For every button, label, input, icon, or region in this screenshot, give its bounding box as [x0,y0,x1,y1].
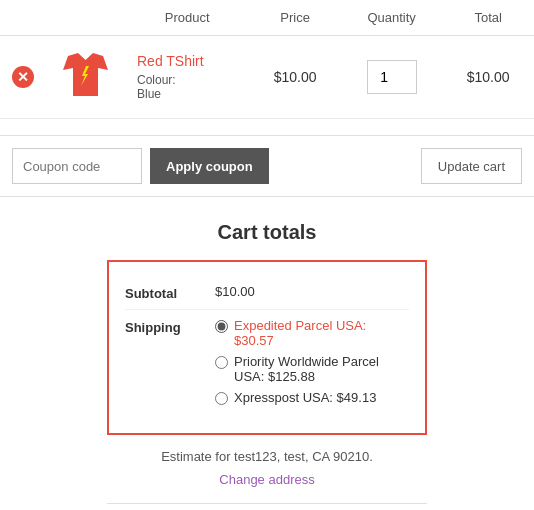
subtotal-row: Subtotal $10.00 [125,276,409,310]
shipping-option-2: Priority Worldwide Parcel USA: $125.88 [215,354,409,384]
cart-totals-title: Cart totals [107,221,427,244]
shipping-option-1-link[interactable]: Expedited Parcel USA: $30.57 [234,318,366,348]
change-address-link[interactable]: Change address [107,472,427,487]
product-name-link[interactable]: Red TShirt [137,53,204,69]
price-header: Price [249,0,341,36]
quantity-header: Quantity [341,0,442,36]
shipping-option-3-label: Xpresspost USA: $49.13 [234,390,376,405]
product-price: $10.00 [249,36,341,119]
colour-label: Colour: [137,73,237,87]
apply-coupon-button[interactable]: Apply coupon [150,148,269,184]
total-header: Total [442,0,534,36]
colour-value: Blue [137,87,237,101]
shipping-options: Expedited Parcel USA: $30.57 Priority Wo… [215,318,409,411]
estimate-text: Estimate for test123, test, CA 90210. [107,449,427,464]
cart-totals-box: Subtotal $10.00 Shipping Expedited Parce… [107,260,427,435]
product-thumbnail [58,48,113,103]
close-icon: ✕ [17,70,29,84]
remove-item-button[interactable]: ✕ [12,66,34,88]
shipping-option-2-label: Priority Worldwide Parcel USA: $125.88 [234,354,409,384]
shipping-label: Shipping [125,318,215,335]
table-row: ✕ Red TShirt Colour: Blue $10.00 $1 [0,36,534,119]
cart-totals-section: Cart totals Subtotal $10.00 Shipping Exp… [107,221,427,510]
shipping-radio-1[interactable] [215,320,228,333]
product-total: $10.00 [442,36,534,119]
coupon-row: Apply coupon Update cart [0,135,534,197]
remove-header [0,0,46,36]
thumb-header [46,0,125,36]
coupon-input[interactable] [12,148,142,184]
total-row: Total $40.57 [107,503,427,510]
update-cart-button[interactable]: Update cart [421,148,522,184]
shipping-option-1: Expedited Parcel USA: $30.57 [215,318,409,348]
subtotal-value: $10.00 [215,284,409,299]
shipping-radio-2[interactable] [215,356,228,369]
shipping-option-3: Xpresspost USA: $49.13 [215,390,409,405]
quantity-input[interactable] [367,60,417,94]
shipping-radio-3[interactable] [215,392,228,405]
shipping-option-1-label: Expedited Parcel USA: $30.57 [234,318,409,348]
product-header: Product [125,0,249,36]
subtotal-label: Subtotal [125,284,215,301]
shipping-row: Shipping Expedited Parcel USA: $30.57 Pr… [125,310,409,419]
